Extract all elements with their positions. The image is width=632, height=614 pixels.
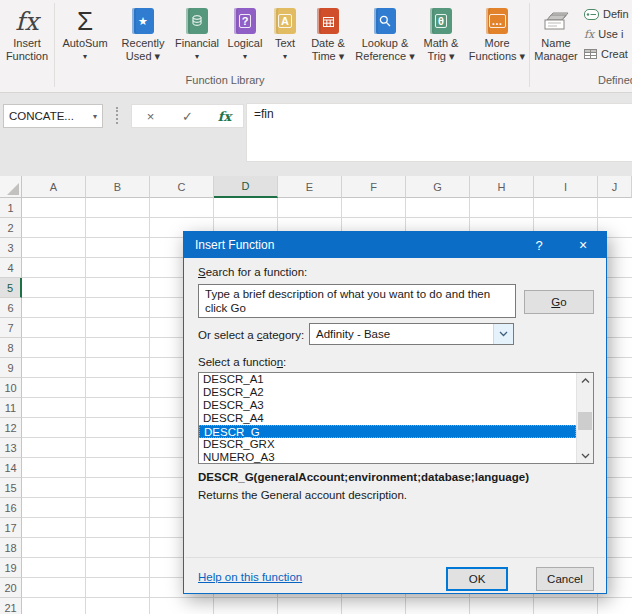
recently-used-button[interactable]: ★ Recently Used ▾	[115, 0, 171, 72]
row-header-16[interactable]: 16	[0, 498, 22, 518]
row-header-10[interactable]: 10	[0, 378, 22, 398]
financial-button[interactable]: Financial ▾	[171, 0, 223, 72]
category-chevron-icon[interactable]	[493, 324, 513, 344]
dialog-close-icon[interactable]: ×	[568, 232, 598, 258]
column-header-F[interactable]: F	[342, 176, 406, 198]
row-header-17[interactable]: 17	[0, 518, 22, 538]
column-header-J[interactable]: J	[598, 176, 632, 198]
name-box[interactable]: CONCATE... ▾	[3, 104, 103, 128]
more-functions-button[interactable]: … More Functions ▾	[465, 0, 529, 72]
function-description: Returns the General account description.	[198, 489, 407, 501]
autosum-button[interactable]: Σ AutoSum ▾	[55, 0, 115, 72]
formula-bar-buttons: × ✓ fx	[131, 104, 244, 128]
category-selected-value: Adfinity - Base	[310, 328, 493, 340]
function-list-item[interactable]: DESCR_A4	[199, 412, 576, 425]
name-manager-icon	[541, 9, 571, 33]
row-header-19[interactable]: 19	[0, 558, 22, 578]
ribbon: fx Insert Function Σ AutoSum ▾ ★ Recentl…	[0, 0, 632, 93]
math-trig-icon: θ	[430, 8, 452, 34]
function-listbox[interactable]: DESCR_A1DESCR_A2DESCR_A3DESCR_A4DESCR_GD…	[198, 372, 594, 464]
date-time-icon	[317, 8, 339, 34]
row-header-14[interactable]: 14	[0, 458, 22, 478]
name-manager-button[interactable]: Name Manager	[530, 0, 582, 72]
column-header-C[interactable]: C	[150, 176, 214, 198]
function-library-group-label: Function Library	[100, 74, 350, 86]
scroll-down-icon[interactable]	[577, 448, 593, 463]
define-name-button[interactable]: Defin	[584, 4, 632, 24]
insert-function-fx-icon[interactable]: fx	[206, 105, 243, 127]
search-label: Search for a function:	[198, 266, 307, 278]
row-header-12[interactable]: 12	[0, 418, 22, 438]
dialog-title: Insert Function	[195, 238, 524, 252]
use-in-formula-button[interactable]: fx Use i	[584, 24, 632, 44]
row-header-15[interactable]: 15	[0, 478, 22, 498]
row-header-5[interactable]: 5	[0, 278, 22, 298]
insert-function-dialog: Insert Function ? × Search for a functio…	[183, 231, 607, 594]
column-header-A[interactable]: A	[22, 176, 86, 198]
row-header-18[interactable]: 18	[0, 538, 22, 558]
enter-entry-icon[interactable]: ✓	[169, 105, 206, 127]
function-list-item[interactable]: NUMERO_A3	[199, 451, 576, 464]
function-list-item[interactable]: DESCR_GRX	[199, 438, 576, 451]
go-button[interactable]: Go	[524, 290, 594, 314]
insert-function-button[interactable]: fx Insert Function	[0, 0, 54, 72]
category-dropdown[interactable]: Adfinity - Base	[309, 323, 514, 345]
lookup-reference-button[interactable]: Lookup & Reference ▾	[353, 0, 417, 72]
scroll-up-icon[interactable]	[577, 373, 593, 388]
financial-icon	[186, 8, 208, 34]
math-trig-button[interactable]: θ Math & Trig ▾	[417, 0, 465, 72]
cancel-entry-icon[interactable]: ×	[132, 105, 169, 127]
row-header-20[interactable]: 20	[0, 578, 22, 598]
select-all-corner[interactable]	[0, 176, 22, 198]
row-header-11[interactable]: 11	[0, 398, 22, 418]
function-list-item[interactable]: DESCR_A2	[199, 386, 576, 399]
dialog-separator	[185, 557, 605, 558]
formula-bar: CONCATE... ▾ × ✓ fx =fin	[0, 93, 632, 176]
name-box-dropdown-icon[interactable]: ▾	[93, 112, 97, 121]
column-header-H[interactable]: H	[470, 176, 534, 198]
insert-function-icon: fx	[15, 7, 38, 36]
column-header-B[interactable]: B	[86, 176, 150, 198]
search-function-input[interactable]: Type a brief description of what you wan…	[198, 284, 516, 318]
formula-input[interactable]: =fin	[246, 103, 632, 162]
column-header-E[interactable]: E	[278, 176, 342, 198]
ok-button[interactable]: OK	[446, 567, 508, 591]
formula-bar-resize-handle[interactable]	[116, 107, 118, 124]
row-header-13[interactable]: 13	[0, 438, 22, 458]
scrollbar-thumb[interactable]	[578, 412, 592, 430]
create-from-selection-icon	[584, 48, 597, 60]
row-header-6[interactable]: 6	[0, 298, 22, 318]
create-from-selection-button[interactable]: Creat	[584, 44, 632, 64]
define-name-tag-icon	[584, 9, 599, 20]
function-list-item[interactable]: DESCR_A3	[199, 399, 576, 412]
row-header-3[interactable]: 3	[0, 238, 22, 258]
row-header-2[interactable]: 2	[0, 218, 22, 238]
row-header-4[interactable]: 4	[0, 258, 22, 278]
listbox-scrollbar[interactable]	[576, 373, 593, 463]
row-header-21[interactable]: 21	[0, 598, 22, 614]
date-time-button[interactable]: Date & Time ▾	[303, 0, 353, 72]
row-header-7[interactable]: 7	[0, 318, 22, 338]
defined-names-group-label: Defined	[584, 74, 632, 86]
column-header-D[interactable]: D	[214, 176, 278, 198]
autosum-sigma-icon: Σ	[77, 8, 93, 34]
recently-used-icon: ★	[132, 8, 154, 34]
row-header-1[interactable]: 1	[0, 198, 22, 218]
column-header-G[interactable]: G	[406, 176, 470, 198]
help-on-function-link[interactable]: Help on this function	[198, 571, 302, 583]
use-in-formula-icon: fx	[584, 28, 594, 41]
function-list-item[interactable]: DESCR_G	[199, 425, 576, 438]
row-header-8[interactable]: 8	[0, 338, 22, 358]
function-list-item[interactable]: DESCR_A1	[199, 373, 576, 386]
text-button[interactable]: A Text ▾	[267, 0, 303, 72]
logical-icon: ?	[234, 8, 256, 34]
logical-button[interactable]: ? Logical ▾	[223, 0, 267, 72]
lookup-reference-icon	[374, 8, 396, 34]
cancel-button[interactable]: Cancel	[536, 567, 594, 591]
dialog-title-bar[interactable]: Insert Function ? ×	[184, 232, 606, 258]
column-header-I[interactable]: I	[534, 176, 598, 198]
excel-window: fx Insert Function Σ AutoSum ▾ ★ Recentl…	[0, 0, 632, 614]
defined-names-group: Defin fx Use i Creat	[584, 4, 632, 64]
row-header-9[interactable]: 9	[0, 358, 22, 378]
dialog-help-icon[interactable]: ?	[524, 232, 554, 258]
